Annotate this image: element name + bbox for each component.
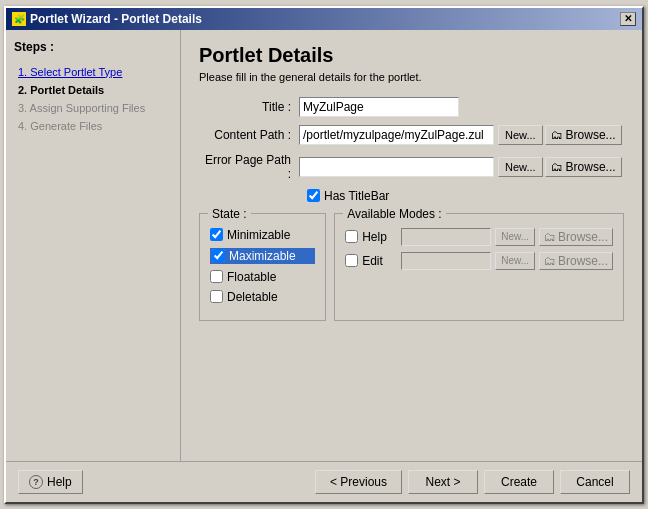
page-subtitle: Please fill in the general details for t… (199, 71, 624, 83)
edit-mode-checkbox[interactable] (345, 254, 358, 267)
footer: ? Help < Previous Next > Create Cancel (6, 461, 642, 502)
mode-edit-row: Edit New... 🗂 Browse... (345, 252, 613, 270)
browse-icon4: 🗂 (544, 254, 556, 268)
window-icon: 🧩 (12, 12, 26, 26)
edit-mode-new-button[interactable]: New... (495, 252, 535, 270)
content-path-row: Content Path : New... 🗂 Browse... (199, 125, 624, 145)
state-group-label: State : (208, 207, 251, 221)
title-bar: 🧩 Portlet Wizard - Portlet Details ✕ (6, 8, 642, 30)
deletable-checkbox[interactable] (210, 290, 223, 303)
help-label: Help (47, 475, 72, 489)
help-icon: ? (29, 475, 43, 489)
close-button[interactable]: ✕ (620, 12, 636, 26)
state-panel: State : Minimizable Maximizable Float (199, 213, 326, 321)
footer-left: ? Help (18, 470, 83, 494)
main-panel: Portlet Details Please fill in the gener… (181, 30, 642, 461)
has-titlebar-row: Has TitleBar (307, 189, 624, 203)
maximizable-checkbox[interactable] (212, 249, 225, 262)
content-area: Steps : 1. Select Portlet Type 2. Portle… (6, 30, 642, 461)
browse-label3: Browse... (558, 230, 608, 244)
deletable-label: Deletable (227, 290, 278, 304)
sidebar: Steps : 1. Select Portlet Type 2. Portle… (6, 30, 181, 461)
state-maximizable-row[interactable]: Maximizable (210, 248, 315, 264)
state-deletable-row: Deletable (210, 290, 315, 304)
mode-help-row: Help New... 🗂 Browse... (345, 228, 613, 246)
edit-mode-label: Edit (362, 254, 397, 268)
browse-label4: Browse... (558, 254, 608, 268)
content-path-new-button[interactable]: New... (498, 125, 543, 145)
error-page-row: Error Page Path : New... 🗂 Browse... (199, 153, 624, 181)
minimizable-label: Minimizable (227, 228, 290, 242)
modes-group-label: Available Modes : (343, 207, 446, 221)
help-mode-input[interactable] (401, 228, 491, 246)
help-mode-label: Help (362, 230, 397, 244)
error-page-label: Error Page Path : (199, 153, 299, 181)
cancel-button[interactable]: Cancel (560, 470, 630, 494)
help-mode-checkbox[interactable] (345, 230, 358, 243)
content-path-input[interactable] (299, 125, 494, 145)
main-window: 🧩 Portlet Wizard - Portlet Details ✕ Ste… (4, 6, 644, 504)
browse-label: Browse... (566, 128, 616, 142)
error-page-input[interactable] (299, 157, 494, 177)
sidebar-item-step4: 4. Generate Files (14, 118, 172, 134)
browse-icon2: 🗂 (551, 160, 563, 174)
footer-right: < Previous Next > Create Cancel (315, 470, 630, 494)
help-button[interactable]: ? Help (18, 470, 83, 494)
page-title: Portlet Details (199, 44, 624, 67)
error-page-browse-button[interactable]: 🗂 Browse... (545, 157, 622, 177)
help-mode-browse-button[interactable]: 🗂 Browse... (539, 228, 613, 246)
panels-area: State : Minimizable Maximizable Float (199, 213, 624, 321)
edit-mode-input[interactable] (401, 252, 491, 270)
browse-label2: Browse... (566, 160, 616, 174)
title-row: Title : (199, 97, 624, 117)
modes-panel: Available Modes : Help New... 🗂 Browse..… (334, 213, 624, 321)
title-label: Title : (199, 100, 299, 114)
has-titlebar-label: Has TitleBar (324, 189, 389, 203)
previous-button[interactable]: < Previous (315, 470, 402, 494)
browse-icon3: 🗂 (544, 230, 556, 244)
create-button[interactable]: Create (484, 470, 554, 494)
title-bar-left: 🧩 Portlet Wizard - Portlet Details (12, 12, 202, 26)
floatable-label: Floatable (227, 270, 276, 284)
help-mode-new-button[interactable]: New... (495, 228, 535, 246)
window-title: Portlet Wizard - Portlet Details (30, 12, 202, 26)
steps-label: Steps : (14, 40, 172, 54)
next-button[interactable]: Next > (408, 470, 478, 494)
maximizable-label: Maximizable (229, 249, 296, 263)
minimizable-checkbox[interactable] (210, 228, 223, 241)
floatable-checkbox[interactable] (210, 270, 223, 283)
state-minimizable-row: Minimizable (210, 228, 315, 242)
content-path-label: Content Path : (199, 128, 299, 142)
sidebar-item-step1[interactable]: 1. Select Portlet Type (14, 64, 172, 80)
content-path-browse-button[interactable]: 🗂 Browse... (545, 125, 622, 145)
sidebar-item-step2: 2. Portlet Details (14, 82, 172, 98)
edit-mode-browse-button[interactable]: 🗂 Browse... (539, 252, 613, 270)
has-titlebar-checkbox[interactable] (307, 189, 320, 202)
title-input[interactable] (299, 97, 459, 117)
state-floatable-row: Floatable (210, 270, 315, 284)
error-page-new-button[interactable]: New... (498, 157, 543, 177)
sidebar-item-step3: 3. Assign Supporting Files (14, 100, 172, 116)
browse-icon: 🗂 (551, 128, 563, 142)
